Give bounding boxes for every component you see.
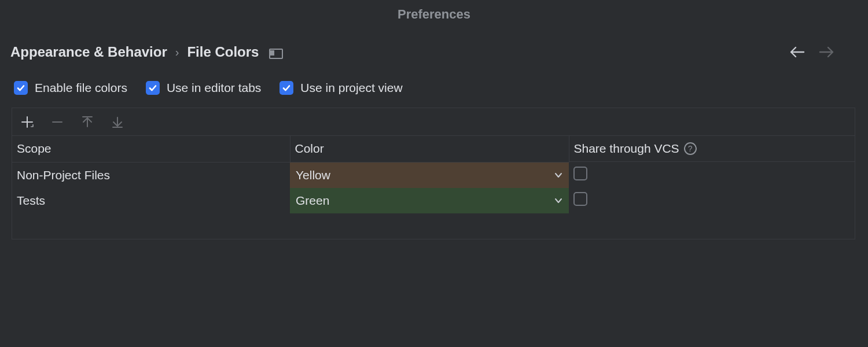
share-checkbox[interactable] [573, 192, 587, 206]
checkbox-label: Enable file colors [35, 81, 127, 95]
move-up-button[interactable] [79, 114, 95, 130]
window-title: Preferences [0, 0, 868, 28]
table-row[interactable]: Non-Project Files Yellow [12, 162, 855, 188]
cell-scope[interactable]: Tests [12, 188, 290, 213]
checkbox-use-in-project-view[interactable]: Use in project view [279, 81, 402, 95]
checkbox-label: Use in project view [300, 81, 402, 95]
nav-arrows [789, 44, 858, 60]
checkbox-box-icon [279, 81, 293, 95]
share-checkbox[interactable] [573, 167, 587, 180]
color-dropdown[interactable]: Yellow [290, 163, 569, 188]
options-row: Enable file colors Use in editor tabs Us… [0, 71, 868, 105]
checkbox-box-icon [146, 81, 160, 95]
checkbox-label: Use in editor tabs [167, 81, 261, 95]
cell-color[interactable]: Yellow [290, 162, 569, 188]
nav-forward-button[interactable] [818, 44, 834, 60]
table-empty-row [12, 213, 855, 239]
chevron-down-icon [554, 171, 563, 180]
nav-back-button[interactable] [789, 44, 806, 60]
add-button[interactable] [19, 114, 35, 130]
header-color[interactable]: Color [290, 136, 569, 162]
detach-window-icon[interactable] [269, 47, 282, 57]
breadcrumb: Appearance & Behavior › File Colors [0, 28, 868, 71]
file-colors-table-wrap: Scope Color Share through VCS ? Non-Proj… [12, 108, 855, 239]
table-header-row: Scope Color Share through VCS ? [12, 136, 855, 162]
table-toolbar [12, 108, 855, 136]
header-share[interactable]: Share through VCS ? [569, 136, 855, 162]
table-row[interactable]: Tests Green [12, 188, 855, 213]
header-share-label: Share through VCS [574, 142, 679, 156]
header-scope[interactable]: Scope [12, 136, 290, 162]
move-down-button[interactable] [109, 114, 126, 130]
cell-share[interactable] [569, 188, 855, 213]
cell-scope[interactable]: Non-Project Files [12, 162, 290, 188]
remove-button[interactable] [49, 114, 65, 130]
checkbox-box-icon [14, 81, 28, 95]
breadcrumb-current: File Colors [187, 44, 259, 60]
checkbox-use-in-editor-tabs[interactable]: Use in editor tabs [146, 81, 261, 95]
checkbox-enable-file-colors[interactable]: Enable file colors [14, 81, 127, 95]
color-name: Green [296, 194, 329, 208]
help-icon[interactable]: ? [684, 142, 697, 155]
breadcrumb-parent[interactable]: Appearance & Behavior [10, 44, 167, 60]
breadcrumb-separator: › [175, 46, 179, 59]
cell-color[interactable]: Green [290, 188, 569, 213]
chevron-down-icon [554, 196, 563, 205]
cell-share[interactable] [569, 162, 855, 188]
color-name: Yellow [296, 168, 330, 182]
file-colors-table: Scope Color Share through VCS ? Non-Proj… [12, 136, 855, 239]
color-dropdown[interactable]: Green [290, 188, 569, 213]
